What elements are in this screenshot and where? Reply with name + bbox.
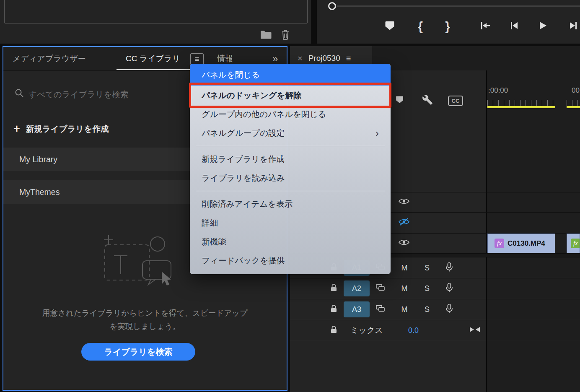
- wrench-icon: [422, 94, 433, 107]
- tab-cc-libraries[interactable]: CC ライブラリ: [126, 47, 180, 70]
- project-bin-outline: [4, 0, 308, 23]
- eye-hidden-icon: [399, 220, 409, 227]
- captions-button[interactable]: CC: [448, 96, 463, 106]
- lock-icon: [330, 328, 337, 335]
- track-lock-toggle[interactable]: [330, 305, 337, 314]
- microphone-icon: [445, 266, 453, 273]
- go-to-in-icon: [479, 20, 491, 33]
- mute-button[interactable]: M: [399, 284, 409, 293]
- marker-icon: [395, 96, 404, 106]
- empty-hint-line2: を実現しましょう。: [3, 321, 287, 332]
- project-panel: [0, 0, 311, 44]
- trash-icon: [281, 29, 290, 42]
- search-icon: [14, 88, 24, 100]
- folder-icon: [260, 30, 272, 41]
- solo-button[interactable]: S: [422, 263, 432, 272]
- premiere-workspace: { } メディアブラウザー CC ライブ: [0, 0, 580, 392]
- track-visibility-toggle[interactable]: [399, 239, 409, 248]
- step-back-icon: [509, 20, 520, 33]
- menu-item-import-library[interactable]: ライブラリを読み込み: [190, 169, 391, 187]
- voiceover-record-button[interactable]: [445, 262, 453, 273]
- delete-button[interactable]: [279, 29, 292, 42]
- step-forward-icon: [568, 20, 579, 33]
- mark-in-button[interactable]: {: [413, 19, 427, 34]
- go-to-in-button[interactable]: [478, 19, 492, 34]
- close-icon[interactable]: ×: [298, 54, 303, 63]
- menu-item-whats-new[interactable]: 新機能: [190, 232, 391, 251]
- play-button[interactable]: [536, 19, 550, 34]
- active-tab-underline: [117, 69, 199, 70]
- menu-item-undock-panel[interactable]: パネルのドッキングを解除: [190, 86, 391, 105]
- solo-button[interactable]: S: [422, 284, 432, 293]
- eye-icon: [399, 240, 409, 247]
- voiceover-record-button[interactable]: [445, 304, 453, 315]
- sequence-name: Proj0530: [308, 54, 340, 63]
- search-libraries-button[interactable]: ライブラリを検索: [81, 343, 195, 361]
- keyframe-nav-icon[interactable]: [469, 327, 480, 334]
- menu-item-provide-feedback[interactable]: フィードバックを提供: [190, 251, 391, 270]
- clip-name: C0130.MP4: [508, 239, 545, 248]
- hamburger-icon[interactable]: ≡: [346, 54, 351, 63]
- time-ruler[interactable]: [487, 100, 555, 106]
- timeline-clip-partial[interactable]: fx: [567, 234, 580, 253]
- track-name-badge[interactable]: A3: [344, 301, 370, 317]
- track-lock-toggle[interactable]: [330, 284, 337, 293]
- zoom-scroll-knob[interactable]: [328, 2, 336, 10]
- mute-button[interactable]: M: [399, 263, 409, 272]
- mix-label: ミックス: [350, 325, 383, 336]
- create-library-button[interactable]: + 新規ライブラリを作成: [13, 118, 109, 139]
- timecode-start: :00:00: [488, 86, 508, 95]
- track-visibility-toggle[interactable]: [399, 218, 409, 227]
- menu-item-show-deleted-items[interactable]: 削除済みアイテムを表示: [190, 195, 391, 213]
- audio-track-row-a3: A3 M S: [290, 299, 580, 320]
- step-forward-button[interactable]: [566, 19, 580, 34]
- hamburger-icon: ≡: [195, 55, 199, 64]
- track-visibility-toggle[interactable]: [399, 198, 409, 207]
- time-ruler[interactable]: [567, 100, 580, 106]
- tab-media-browser[interactable]: メディアブラウザー: [13, 47, 86, 70]
- menu-separator: [196, 146, 385, 146]
- eye-icon: [399, 199, 409, 206]
- mark-out-button[interactable]: }: [440, 19, 455, 34]
- submenu-chevron-icon: ›: [375, 128, 379, 138]
- marker-icon: [384, 21, 395, 33]
- menu-item-panel-group-settings[interactable]: パネルグループの設定 ›: [190, 124, 391, 143]
- sync-lock-icon[interactable]: [376, 284, 385, 293]
- menu-item-create-library[interactable]: 新規ライブラリを作成: [190, 150, 391, 169]
- step-back-button[interactable]: [507, 19, 521, 34]
- empty-hint-line1: 用意されたライブラリからヒントを得て、スピードアップ: [3, 308, 287, 318]
- menu-separator: [196, 191, 385, 191]
- menu-item-close-other-panels[interactable]: グループ内の他のパネルを閉じる: [190, 105, 391, 124]
- timeline-clip[interactable]: fx C0130.MP4: [487, 234, 555, 253]
- add-marker-button[interactable]: [383, 19, 397, 34]
- clip-color-bar: [567, 106, 580, 108]
- fx-badge-purple: fx: [495, 239, 504, 248]
- sync-lock-icon[interactable]: [376, 305, 385, 314]
- new-bin-button[interactable]: [260, 29, 272, 42]
- panel-menu-button[interactable]: ≡: [190, 53, 204, 65]
- search-input[interactable]: [28, 86, 210, 103]
- mark-in-icon: {: [418, 19, 423, 34]
- microphone-icon: [445, 308, 453, 315]
- menu-item-close-panel[interactable]: パネルを閉じる: [190, 64, 391, 86]
- track-name-badge[interactable]: A2: [344, 280, 370, 296]
- menu-item-details[interactable]: 詳細: [190, 213, 391, 232]
- voiceover-record-button[interactable]: [445, 283, 453, 294]
- mute-button[interactable]: M: [399, 305, 409, 314]
- search-libraries-label: ライブラリを検索: [104, 346, 173, 358]
- microphone-icon: [445, 287, 453, 294]
- solo-button[interactable]: S: [422, 305, 432, 314]
- track-lock-toggle[interactable]: [330, 326, 337, 335]
- cc-icon: CC: [452, 98, 460, 104]
- zoom-scroll-track[interactable]: [337, 5, 580, 7]
- library-name: My Library: [19, 155, 57, 164]
- timeline-add-marker-button[interactable]: [392, 93, 407, 108]
- mix-volume-value[interactable]: 0.0: [408, 326, 419, 335]
- empty-libraries-illustration: [101, 231, 176, 294]
- clip-color-bar: [487, 106, 555, 108]
- timeline-settings-button[interactable]: [420, 93, 435, 108]
- library-name: MyThemes: [19, 187, 60, 197]
- lock-icon: [330, 307, 337, 314]
- create-library-label: 新規ライブラリを作成: [26, 123, 109, 135]
- fx-badge-green: fx: [571, 239, 580, 248]
